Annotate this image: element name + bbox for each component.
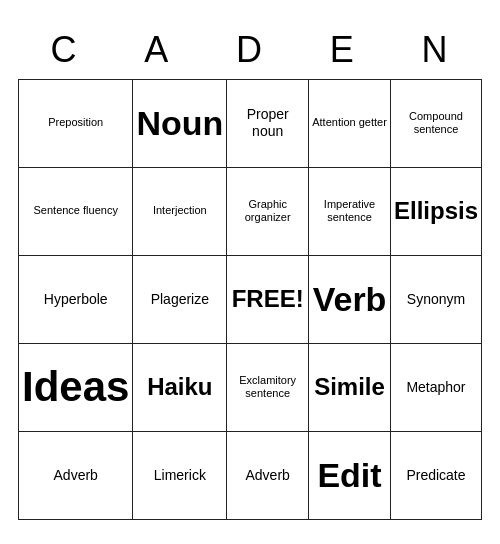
bingo-card: CADEN PrepositionNounProper nounAttentio… [10,17,490,528]
cell-text: Proper noun [230,106,305,140]
bingo-cell: Haiku [133,344,227,432]
bingo-cell: Proper noun [227,80,309,168]
cell-text: Edit [317,455,381,496]
bingo-cell: Predicate [391,432,482,520]
bingo-cell: Adverb [227,432,309,520]
cell-text: Imperative sentence [312,198,387,224]
cell-text: Sentence fluency [34,204,118,217]
cell-text: Synonym [407,291,465,308]
bingo-cell: Graphic organizer [227,168,309,256]
bingo-cell: Adverb [19,432,133,520]
bingo-cell: Metaphor [391,344,482,432]
bingo-header: CADEN [18,25,482,75]
bingo-cell: Verb [309,256,391,344]
bingo-cell: Interjection [133,168,227,256]
cell-text: Limerick [154,467,206,484]
cell-text: FREE! [232,285,304,314]
bingo-cell: Synonym [391,256,482,344]
cell-text: Hyperbole [44,291,108,308]
cell-text: Graphic organizer [230,198,305,224]
cell-text: Haiku [147,373,212,402]
cell-text: Interjection [153,204,207,217]
cell-text: Attention getter [312,116,387,129]
bingo-cell: Limerick [133,432,227,520]
bingo-cell: Preposition [19,80,133,168]
cell-text: Metaphor [406,379,465,396]
bingo-cell: Ideas [19,344,133,432]
cell-text: Noun [136,103,223,144]
bingo-cell: Edit [309,432,391,520]
bingo-cell: Ellipsis [391,168,482,256]
cell-text: Compound sentence [394,110,478,136]
bingo-cell: Imperative sentence [309,168,391,256]
bingo-cell: Compound sentence [391,80,482,168]
cell-text: Exclamitory sentence [230,374,305,400]
cell-text: Adverb [246,467,290,484]
bingo-grid: PrepositionNounProper nounAttention gett… [18,79,482,520]
header-letter: N [389,25,482,75]
bingo-cell: Simile [309,344,391,432]
bingo-cell: Attention getter [309,80,391,168]
cell-text: Preposition [48,116,103,129]
cell-text: Simile [314,373,385,402]
bingo-cell: Hyperbole [19,256,133,344]
cell-text: Verb [313,279,387,320]
header-letter: C [18,25,111,75]
bingo-cell: Exclamitory sentence [227,344,309,432]
cell-text: Adverb [54,467,98,484]
header-letter: E [296,25,389,75]
cell-text: Plagerize [151,291,209,308]
cell-text: Ideas [22,362,129,412]
bingo-cell: Plagerize [133,256,227,344]
header-letter: A [111,25,204,75]
bingo-cell: Noun [133,80,227,168]
bingo-cell: Sentence fluency [19,168,133,256]
cell-text: Ellipsis [394,197,478,226]
bingo-cell: FREE! [227,256,309,344]
cell-text: Predicate [406,467,465,484]
header-letter: D [204,25,297,75]
